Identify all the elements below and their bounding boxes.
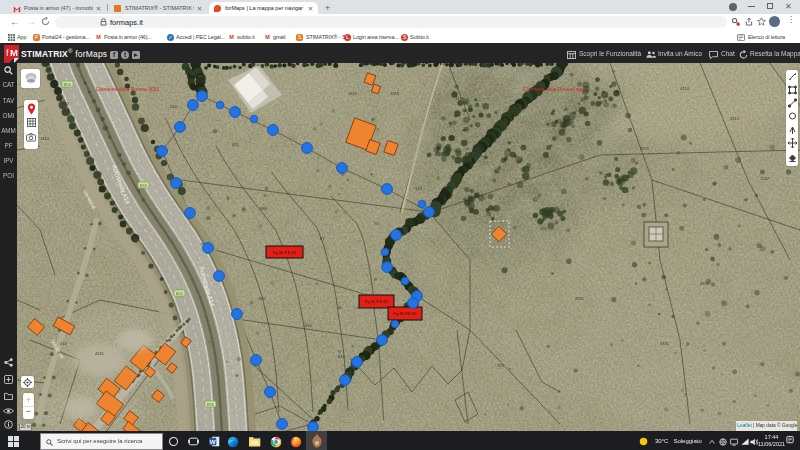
svg-text:87: 87 <box>320 236 325 241</box>
svg-text:W: W <box>210 438 216 445</box>
svg-text:123: 123 <box>497 363 504 368</box>
svg-text:685: 685 <box>259 296 266 301</box>
svg-text:1318: 1318 <box>390 91 400 96</box>
svg-text:1319: 1319 <box>348 91 358 96</box>
svg-text:Clemente della Rovere(agg): Clemente della Rovere(agg) <box>523 86 586 92</box>
svg-text:1313: 1313 <box>60 101 70 106</box>
svg-text:1413: 1413 <box>455 96 465 101</box>
svg-text:126: 126 <box>540 226 547 231</box>
svg-text:1314: 1314 <box>40 136 50 141</box>
svg-text:4214: 4214 <box>680 86 690 91</box>
svg-text:174: 174 <box>415 186 422 191</box>
svg-text:E55: E55 <box>176 291 184 296</box>
svg-text:4314: 4314 <box>730 116 740 121</box>
svg-text:1547: 1547 <box>760 176 770 181</box>
svg-text:4335: 4335 <box>700 281 710 286</box>
svg-text:M: M <box>10 47 18 58</box>
svg-text:6331: 6331 <box>660 341 670 346</box>
svg-text:6975: 6975 <box>640 146 650 151</box>
svg-text:414: 414 <box>60 341 67 346</box>
svg-text:4331: 4331 <box>575 296 585 301</box>
svg-text:E55: E55 <box>64 82 72 87</box>
svg-text:Fg.36 P.lli 63: Fg.36 P.lli 63 <box>273 250 297 255</box>
svg-text:E55: E55 <box>207 402 215 407</box>
svg-text:E55: E55 <box>140 183 148 188</box>
svg-text:625: 625 <box>232 142 239 147</box>
svg-text:Clemente della Rovere 3031: Clemente della Rovere 3031 <box>96 86 160 92</box>
svg-text:568: 568 <box>260 206 267 211</box>
svg-text:Fg.36 P.lli 67: Fg.36 P.lli 67 <box>365 299 389 304</box>
svg-text:643: 643 <box>338 354 345 359</box>
svg-text:544: 544 <box>170 104 177 109</box>
svg-text:4341: 4341 <box>95 351 105 356</box>
svg-text:616: 616 <box>305 323 312 328</box>
svg-text:Fg.36 P.lli 65: Fg.36 P.lli 65 <box>394 311 418 316</box>
svg-text:67: 67 <box>375 221 380 226</box>
